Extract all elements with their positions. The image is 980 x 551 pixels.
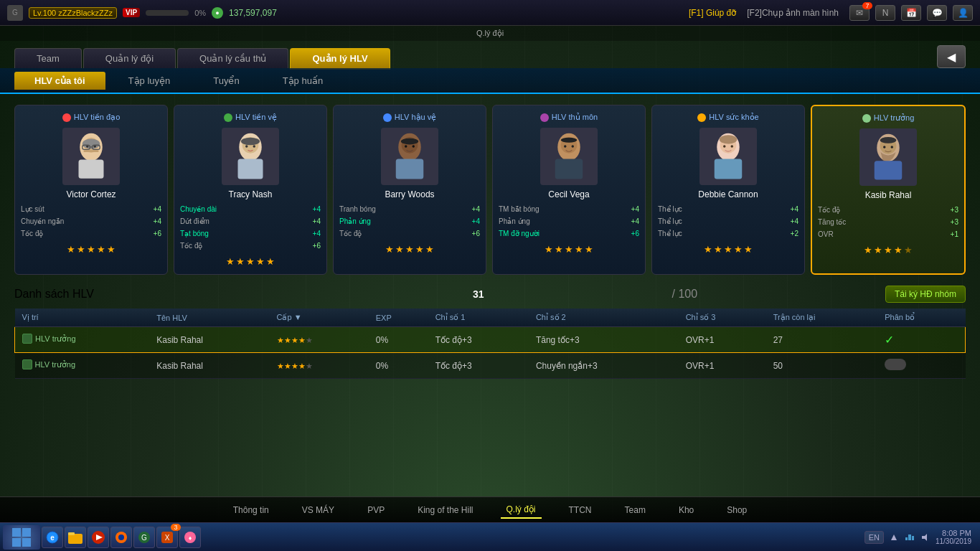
row2-stars: ★★★★★ bbox=[270, 353, 369, 379]
chat-button[interactable]: 💬 bbox=[927, 5, 947, 21]
vip-badge: VIP bbox=[123, 8, 140, 17]
sub-tab-tap-luyen[interactable]: Tập luyện bbox=[108, 72, 191, 90]
taskbar-media[interactable] bbox=[88, 527, 109, 548]
nav-shop[interactable]: Shop bbox=[721, 502, 753, 518]
svg-rect-33 bbox=[715, 159, 743, 179]
svg-rect-61 bbox=[912, 536, 914, 540]
col-chi-so-1: Chỉ số 1 bbox=[428, 309, 529, 327]
coin-icon: ● bbox=[212, 7, 223, 19]
top-bar-left: G Lv.100 zZZzBlackzZZz VIP 0% ● 137,597,… bbox=[7, 5, 689, 21]
mail-button[interactable]: ✉ 7 bbox=[849, 5, 870, 21]
stars-barry: ★★★★★ bbox=[339, 244, 480, 255]
svg-text:e: e bbox=[50, 534, 55, 542]
coach-name-tracy: Tracy Nash bbox=[180, 189, 321, 199]
tab-quanly-doi[interactable]: Quản lý đội bbox=[83, 48, 176, 68]
svg-rect-47 bbox=[68, 532, 75, 535]
section-label: Q.lý đội bbox=[0, 26, 980, 41]
row2-stat3: OVR+1 bbox=[679, 353, 766, 379]
coach-list-header: Danh sách HLV 31 / 100 Tái ký HĐ nhóm bbox=[14, 286, 966, 303]
svg-rect-59 bbox=[908, 534, 911, 540]
taskbar-app2[interactable]: G bbox=[133, 527, 155, 548]
nav-qly-doi[interactable]: Q.lý đội bbox=[501, 501, 542, 519]
coach-card-suc-khoe[interactable]: HLV sức khỏe Debbie Cannon Thể lực+4 Thể… bbox=[651, 105, 805, 275]
coach-title-hau-ve: HLV hậu vệ bbox=[339, 113, 480, 122]
col-exp: EXP bbox=[369, 309, 428, 327]
col-tran-con-lai: Trận còn lại bbox=[766, 309, 878, 327]
coach-title-tien-ve: HLV tiền vệ bbox=[180, 113, 321, 122]
coach-table: Vị trí Tên HLV Cấp ▼ EXP Chỉ số 1 Chỉ số… bbox=[14, 309, 966, 379]
sub-tab-tap-huan[interactable]: Tập huấn bbox=[263, 72, 343, 90]
row2-stat1: Tốc độ+3 bbox=[428, 353, 529, 379]
coach-card-hau-ve[interactable]: HLV hậu vệ Barry Woods Tranh bóng+4 Phản… bbox=[333, 105, 486, 275]
f2-screenshot[interactable]: [F2]Chụp ảnh màn hình bbox=[747, 8, 839, 18]
nav-king[interactable]: King of the Hill bbox=[412, 502, 479, 518]
svg-point-24 bbox=[564, 145, 567, 148]
exp-pct: 0% bbox=[194, 9, 206, 17]
col-chi-so-2: Chỉ số 2 bbox=[529, 309, 679, 327]
back-button[interactable]: ◀ bbox=[937, 45, 966, 68]
svg-rect-6 bbox=[84, 150, 99, 152]
svg-point-51 bbox=[118, 534, 124, 540]
danh-sach-label: Danh sách HLV bbox=[14, 288, 94, 301]
nav-team[interactable]: Team bbox=[619, 502, 651, 518]
svg-point-32 bbox=[720, 135, 738, 143]
coach-avatar-victor bbox=[70, 131, 113, 182]
coach-photo-cecil bbox=[540, 128, 598, 185]
sub-tab-hlv-cua-toi[interactable]: HLV của tôi bbox=[14, 72, 105, 90]
nav-vs-may[interactable]: VS MÁY bbox=[296, 502, 340, 518]
row2-matches: 50 bbox=[766, 353, 878, 379]
col-ten-hlv: Tên HLV bbox=[149, 309, 269, 327]
tab-team[interactable]: Team bbox=[14, 48, 82, 68]
taskbar-app4[interactable]: ♦ bbox=[179, 527, 201, 548]
stars-cecil: ★★★★★ bbox=[499, 244, 639, 255]
taskbar-firefox[interactable] bbox=[110, 527, 132, 548]
tab-quanly-hlv[interactable]: Quản lý HLV bbox=[290, 48, 390, 70]
sign-btn[interactable]: Tái ký HĐ nhóm bbox=[885, 286, 966, 303]
nav-kho[interactable]: Kho bbox=[673, 502, 699, 518]
calendar-button[interactable]: 📅 bbox=[901, 5, 921, 21]
taskbar-folder[interactable] bbox=[65, 527, 86, 548]
coach-card-hlv-truong[interactable]: HLV trưởng Kasib Rahal Tốc độ+3 T bbox=[811, 105, 966, 275]
f1-help[interactable]: [F1] Giúp đỡ bbox=[689, 8, 736, 18]
row2-stat2: Chuyền ngắn+3 bbox=[529, 353, 679, 379]
start-button[interactable] bbox=[3, 525, 40, 550]
taskbar-app3[interactable]: X 3 bbox=[156, 527, 178, 548]
nav-thong-tin[interactable]: Thông tin bbox=[227, 502, 275, 518]
table-row[interactable]: HLV trưởng Kasib Rahal ★★★★★ 0% Tốc độ+3… bbox=[15, 353, 966, 379]
row2-toggle[interactable] bbox=[877, 353, 965, 379]
avatar-icon: G bbox=[7, 5, 23, 21]
row1-exp: 0% bbox=[369, 327, 428, 353]
notification-button[interactable]: N bbox=[875, 5, 895, 21]
coach-avatar-kasib bbox=[867, 132, 910, 182]
svg-text:X: X bbox=[165, 534, 170, 542]
nav-pvp[interactable]: PVP bbox=[362, 502, 390, 518]
svg-point-20 bbox=[401, 138, 419, 145]
stars-tracy: ★★★★★ bbox=[180, 256, 321, 267]
coach-avatar-barry bbox=[388, 131, 431, 182]
type-icon-head bbox=[22, 334, 32, 344]
nav-ttcn[interactable]: TTCN bbox=[563, 502, 598, 518]
date-display: 11/30/2019 bbox=[936, 537, 971, 545]
svg-text:♦: ♦ bbox=[189, 534, 192, 542]
table-row[interactable]: HLV trưởng Kasib Rahal ★★★★★ 0% Tốc độ+3… bbox=[15, 327, 966, 353]
row1-active[interactable]: ✓ bbox=[877, 327, 965, 353]
coach-card-tien-dao[interactable]: HLV tiền đạo Victor Cortez bbox=[14, 105, 168, 275]
profile-button[interactable]: 👤 bbox=[953, 5, 973, 21]
svg-rect-40 bbox=[12, 528, 21, 537]
lang-button[interactable]: EN bbox=[864, 531, 884, 544]
tab-quanly-cau-thu[interactable]: Quản lý cầu thủ bbox=[177, 48, 288, 68]
taskbar: e G X 3 ♦ EN 8:08 PM 11/30/2019 bbox=[0, 522, 980, 551]
coach-card-thu-mon[interactable]: HLV thủ môn Cecil Vega TM bắt bóng+4 Phả… bbox=[492, 105, 646, 275]
bottom-nav: Thông tin VS MÁY PVP King of the Hill Q.… bbox=[0, 496, 980, 522]
col-vi-tri: Vị trí bbox=[15, 309, 150, 327]
sub-tab-tuyen[interactable]: Tuyển bbox=[193, 72, 259, 90]
svg-rect-46 bbox=[68, 534, 83, 544]
main-content: HLV tiền đạo Victor Cortez bbox=[0, 94, 980, 507]
svg-point-18 bbox=[405, 145, 407, 148]
coach-card-tien-ve[interactable]: HLV tiền vệ Tracy Nash Chuyền dài+4 Dứt … bbox=[174, 105, 327, 275]
taskbar-ie[interactable]: e bbox=[42, 527, 63, 548]
coach-photo-tracy bbox=[222, 128, 279, 185]
stars-debbie: ★★★★★ bbox=[658, 244, 798, 255]
windows-logo bbox=[11, 527, 32, 547]
svg-point-13 bbox=[245, 145, 248, 148]
